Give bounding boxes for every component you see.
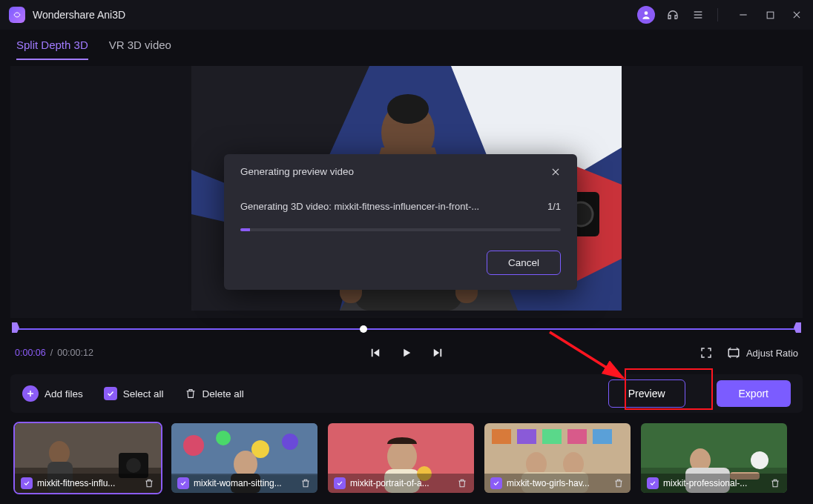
thumbnail-item[interactable]: mixkit-professional-... [641, 423, 787, 493]
thumbnail-strip: mixkit-fitness-influ... mixkit-woman-sit… [0, 413, 813, 493]
thumb-name: mixkit-woman-sitting... [194, 478, 295, 488]
svg-point-41 [387, 440, 417, 473]
time-current: 0:00:06 [15, 348, 46, 358]
svg-point-28 [49, 441, 70, 465]
preview-button[interactable]: Preview [608, 379, 685, 408]
select-all-button[interactable]: Select all [104, 387, 164, 400]
svg-rect-23 [728, 350, 739, 357]
divider [717, 8, 718, 21]
headset-icon[interactable] [665, 7, 680, 22]
thumb-delete-icon[interactable] [300, 477, 312, 489]
fullscreen-icon[interactable] [699, 345, 714, 360]
progress-dialog: Generating preview video Generating 3D v… [224, 154, 577, 290]
minimize-button[interactable] [736, 7, 751, 22]
title-bar: Wondershare Ani3D [0, 0, 813, 30]
thumb-name: mixkit-professional-... [663, 478, 765, 488]
svg-rect-47 [542, 429, 562, 444]
timeline[interactable] [15, 322, 798, 336]
close-button[interactable] [789, 7, 804, 22]
svg-rect-5 [767, 12, 774, 19]
adjust-ratio-label: Adjust Ratio [746, 348, 798, 359]
dialog-cancel-button[interactable]: Cancel [487, 251, 561, 275]
svg-rect-45 [492, 429, 511, 444]
svg-rect-21 [372, 349, 373, 357]
adjust-ratio-button[interactable]: Adjust Ratio [727, 346, 798, 359]
plus-icon [22, 385, 39, 402]
file-toolbar: Add files Select all Delete all Preview … [10, 374, 803, 413]
playhead[interactable] [360, 325, 367, 333]
dialog-progressbar [240, 228, 561, 231]
thumb-name: mixkit-portrait-of-a... [350, 478, 452, 488]
thumb-delete-icon[interactable] [143, 477, 155, 489]
svg-rect-48 [567, 429, 587, 444]
thumb-name: mixkit-two-girls-hav... [507, 478, 608, 488]
thumb-delete-icon[interactable] [613, 477, 625, 489]
thumb-delete-icon[interactable] [769, 477, 781, 489]
time-separator: / [46, 348, 57, 358]
menu-icon[interactable] [691, 7, 705, 22]
dialog-message: Generating 3D video: mixkit-fitness-infl… [240, 201, 479, 212]
tab-split-depth[interactable]: Split Depth 3D [16, 39, 88, 60]
thumb-delete-icon[interactable] [456, 477, 468, 489]
svg-point-31 [126, 458, 141, 473]
trash-icon [185, 388, 197, 399]
svg-point-35 [216, 431, 231, 445]
export-button[interactable]: Export [717, 380, 791, 407]
thumbnail-item[interactable]: mixkit-two-girls-hav... [484, 423, 631, 493]
checkbox-icon [104, 387, 117, 400]
svg-rect-46 [517, 429, 536, 444]
dialog-title: Generating preview video [240, 166, 354, 177]
app-logo [9, 7, 25, 23]
svg-point-34 [183, 435, 204, 456]
tab-vr-3d[interactable]: VR 3D video [109, 39, 171, 60]
user-avatar[interactable] [637, 6, 655, 24]
add-files-label: Add files [45, 388, 83, 399]
maximize-button[interactable] [763, 7, 777, 22]
next-button[interactable] [430, 345, 445, 360]
svg-point-37 [282, 434, 298, 450]
thumb-name: mixkit-fitness-influ... [37, 478, 139, 488]
playback-bar: 0:00:06 / 00:00:12 Adjust Ratio [15, 342, 798, 364]
svg-rect-49 [593, 429, 612, 444]
thumb-checkbox[interactable] [177, 477, 189, 489]
add-files-button[interactable]: Add files [22, 385, 83, 402]
thumbnail-item[interactable]: mixkit-portrait-of-a... [328, 423, 474, 493]
app-title: Wondershare Ani3D [33, 9, 125, 21]
prev-button[interactable] [368, 345, 383, 360]
mode-tabs: Split Depth 3D VR 3D video [0, 30, 813, 60]
svg-point-58 [751, 451, 768, 469]
svg-point-15 [387, 94, 429, 124]
thumb-checkbox[interactable] [21, 477, 33, 489]
select-all-label: Select all [123, 388, 164, 399]
thumbnail-item[interactable]: mixkit-fitness-influ... [15, 423, 161, 493]
thumb-checkbox[interactable] [647, 477, 659, 489]
dialog-close-button[interactable] [550, 167, 561, 177]
thumb-checkbox[interactable] [334, 477, 346, 489]
thumbnail-item[interactable]: mixkit-woman-sitting... [171, 423, 317, 493]
delete-all-label: Delete all [203, 388, 244, 399]
dialog-counter: 1/1 [547, 201, 561, 212]
svg-rect-22 [440, 349, 441, 357]
play-button[interactable] [399, 345, 414, 360]
thumb-checkbox[interactable] [490, 477, 502, 489]
svg-point-0 [645, 11, 648, 15]
time-total: 00:00:12 [57, 348, 93, 358]
delete-all-button[interactable]: Delete all [185, 388, 244, 399]
